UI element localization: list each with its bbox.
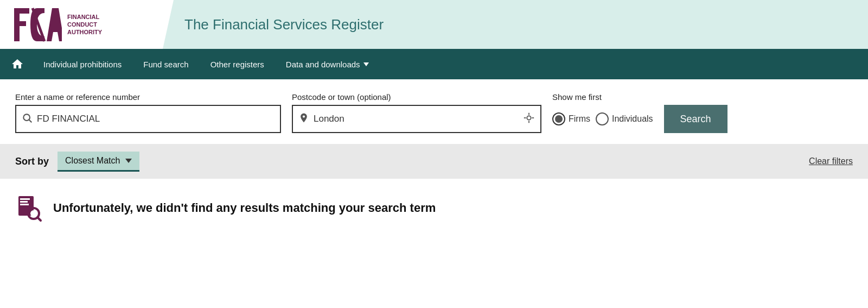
nav-item-data-downloads[interactable]: Data and downloads bbox=[275, 49, 380, 79]
svg-rect-1 bbox=[14, 8, 29, 14]
radio-individuals-label: Individuals bbox=[612, 114, 653, 124]
svg-point-18 bbox=[30, 210, 37, 217]
logo-box: FINANCIAL CONDUCT AUTHORITY bbox=[13, 7, 102, 42]
name-search-field: Enter a name or reference number bbox=[15, 92, 281, 133]
radio-firms-inner bbox=[555, 115, 563, 123]
sort-by-label: Sort by bbox=[15, 156, 49, 167]
radio-individuals[interactable]: Individuals bbox=[596, 112, 653, 125]
sort-value: Closest Match bbox=[65, 156, 120, 166]
header: FINANCIAL CONDUCT AUTHORITY The Financia… bbox=[0, 0, 868, 49]
fca-authority-text: FINANCIAL CONDUCT AUTHORITY bbox=[67, 13, 102, 36]
show-me-first-group: Show me first Firms Individuals bbox=[552, 92, 653, 133]
nav-item-other-registers[interactable]: Other registers bbox=[200, 49, 275, 79]
search-area: Enter a name or reference number Postcod… bbox=[0, 79, 868, 144]
radio-firms-label: Firms bbox=[569, 114, 590, 124]
svg-point-8 bbox=[527, 116, 531, 120]
svg-rect-15 bbox=[20, 201, 28, 203]
no-results-text: Unfortunately, we didn't find any result… bbox=[53, 201, 436, 215]
svg-rect-16 bbox=[20, 204, 29, 205]
svg-line-19 bbox=[37, 217, 41, 221]
radio-individuals-circle bbox=[596, 112, 609, 125]
nav-items: Individual prohibitions Fund search Othe… bbox=[33, 49, 380, 79]
clear-filters-link[interactable]: Clear filters bbox=[809, 156, 853, 166]
postcode-search-label: Postcode or town (optional) bbox=[292, 92, 541, 102]
sort-dropdown[interactable]: Closest Match bbox=[58, 152, 139, 172]
name-search-label: Enter a name or reference number bbox=[15, 92, 281, 102]
header-title-area: The Financial Services Register bbox=[163, 0, 868, 49]
radio-firms[interactable]: Firms bbox=[552, 112, 590, 125]
radio-group: Firms Individuals bbox=[552, 105, 653, 133]
sort-chevron-icon bbox=[125, 159, 132, 163]
locate-icon[interactable] bbox=[523, 112, 535, 127]
svg-rect-4 bbox=[52, 27, 60, 31]
logo-area: FINANCIAL CONDUCT AUTHORITY bbox=[0, 0, 163, 49]
search-icon bbox=[22, 112, 33, 126]
no-results-message: Unfortunately, we didn't find any result… bbox=[15, 194, 853, 222]
show-me-first-label: Show me first bbox=[552, 92, 653, 102]
postcode-search-input[interactable] bbox=[314, 114, 519, 124]
name-search-input[interactable] bbox=[37, 114, 275, 124]
svg-line-7 bbox=[29, 120, 32, 122]
sort-bar: Sort by Closest Match Clear filters bbox=[0, 144, 868, 179]
svg-rect-2 bbox=[14, 21, 26, 26]
svg-point-6 bbox=[23, 114, 30, 121]
home-nav-item[interactable] bbox=[11, 58, 24, 71]
data-downloads-chevron-icon bbox=[363, 62, 369, 66]
page-title: The Financial Services Register bbox=[184, 16, 384, 33]
results-area: Unfortunately, we didn't find any result… bbox=[0, 179, 868, 237]
nav-item-fund-search[interactable]: Fund search bbox=[132, 49, 199, 79]
no-results-icon bbox=[15, 194, 43, 222]
postcode-input-wrapper bbox=[292, 105, 541, 133]
radio-firms-circle bbox=[552, 112, 565, 125]
main-nav: Individual prohibitions Fund search Othe… bbox=[0, 49, 868, 79]
svg-rect-14 bbox=[20, 198, 30, 200]
postcode-search-field: Postcode or town (optional) bbox=[292, 92, 541, 133]
search-button[interactable]: Search bbox=[664, 105, 727, 133]
name-input-wrapper bbox=[15, 105, 281, 133]
nav-item-individual-prohibitions[interactable]: Individual prohibitions bbox=[33, 49, 132, 79]
svg-marker-3 bbox=[47, 8, 62, 41]
location-pin-icon bbox=[298, 112, 309, 126]
fca-logo bbox=[13, 7, 62, 42]
